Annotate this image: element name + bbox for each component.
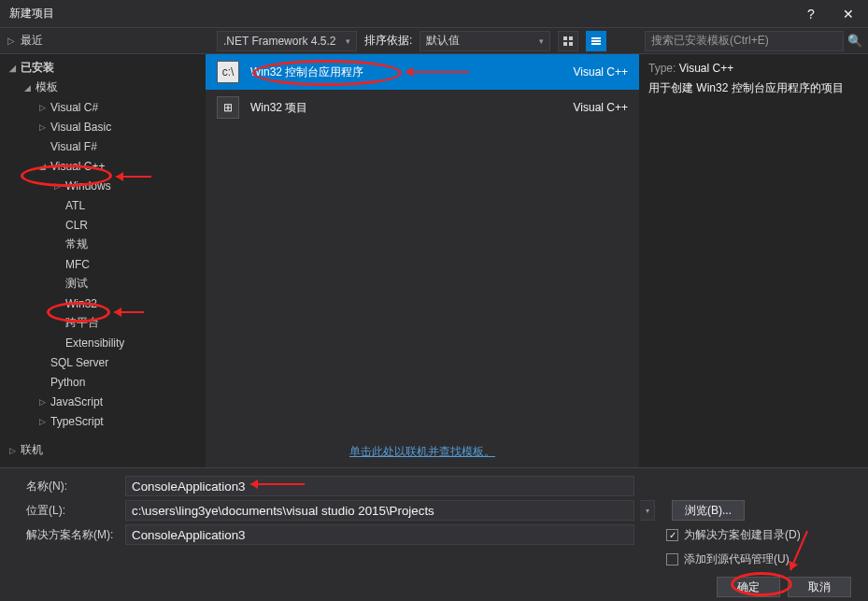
location-input[interactable] — [125, 500, 634, 521]
sidebar-item-crossplat[interactable]: 跨平台 — [0, 313, 206, 333]
sidebar: ◢已安装 ◢模板 ▷Visual C# ▷Visual Basic Visual… — [0, 54, 206, 467]
window-controls: ? ✕ — [797, 7, 862, 21]
svg-rect-1 — [569, 36, 573, 40]
sidebar-item-clr[interactable]: CLR — [0, 215, 206, 235]
name-label: 名称(N): — [7, 479, 120, 494]
svg-rect-6 — [591, 43, 601, 45]
template-description: 用于创建 Win32 控制台应用程序的项目 — [648, 80, 859, 96]
template-item-win32-console[interactable]: c:\ Win32 控制台应用程序 Visual C++ — [206, 54, 639, 90]
template-lang: Visual C++ — [553, 65, 628, 79]
bottom-form: 名称(N): 位置(L): ▾ 浏览(B)... 解决方案名称(M): 为解决方… — [0, 467, 868, 601]
chevron-right-icon[interactable]: ▷ — [7, 36, 15, 46]
createdir-checkbox[interactable] — [666, 529, 678, 541]
template-list: c:\ Win32 控制台应用程序 Visual C++ ⊞ Win32 项目 … — [206, 54, 639, 436]
sidebar-item-sql[interactable]: SQL Server — [0, 352, 206, 372]
sort-label: 排序依据: — [364, 33, 412, 49]
sidebar-item-csharp[interactable]: ▷Visual C# — [0, 97, 206, 117]
browse-button[interactable]: 浏览(B)... — [672, 500, 745, 521]
addsource-label: 添加到源代码管理(U) — [684, 551, 790, 567]
details-panel: Type: Visual C++ 用于创建 Win32 控制台应用程序的项目 — [639, 54, 868, 467]
addsource-checkbox[interactable] — [666, 553, 678, 565]
template-item-win32-project[interactable]: ⊞ Win32 项目 Visual C++ — [206, 90, 639, 125]
sidebar-item-fsharp[interactable]: Visual F# — [0, 136, 206, 156]
template-lang: Visual C++ — [553, 101, 628, 114]
svg-rect-2 — [563, 42, 567, 46]
location-label: 位置(L): — [7, 503, 120, 519]
search-icon[interactable]: 🔍 — [847, 34, 862, 48]
svg-rect-3 — [569, 42, 573, 46]
view-grid-button[interactable] — [558, 31, 578, 51]
framework-dropdown[interactable]: .NET Framework 4.5.2 ▾ — [217, 31, 357, 51]
search-placeholder: 搜索已安装模板(Ctrl+E) — [651, 33, 769, 49]
type-label: Type: — [648, 62, 676, 75]
template-name: Win32 控制台应用程序 — [250, 64, 553, 80]
sidebar-item-mfc[interactable]: MFC — [0, 254, 206, 274]
createdir-label: 为解决方案创建目录(D) — [684, 527, 801, 543]
sidebar-item-js[interactable]: ▷JavaScript — [0, 392, 206, 411]
toolbar: ▷ 最近 .NET Framework 4.5.2 ▾ 排序依据: 默认值 ▾ … — [0, 28, 868, 54]
solution-input[interactable] — [125, 524, 634, 545]
cancel-button[interactable]: 取消 — [788, 577, 851, 597]
sidebar-item-windows[interactable]: ▷Windows — [0, 176, 206, 195]
sidebar-item-python[interactable]: Python — [0, 372, 206, 392]
svg-rect-5 — [591, 40, 601, 42]
sidebar-item-online[interactable]: ▷联机 — [0, 440, 206, 460]
sidebar-item-templates[interactable]: ◢模板 — [0, 78, 206, 97]
framework-value: .NET Framework 4.5.2 — [223, 35, 335, 48]
ok-button[interactable]: 确定 — [717, 577, 780, 597]
sidebar-item-atl[interactable]: ATL — [0, 195, 206, 215]
solution-label: 解决方案名称(M): — [7, 527, 120, 543]
close-icon[interactable]: ✕ — [834, 7, 862, 21]
sidebar-item-ts[interactable]: ▷TypeScript — [0, 411, 206, 431]
type-value: Visual C++ — [679, 62, 733, 75]
svg-rect-0 — [563, 36, 567, 40]
sort-dropdown[interactable]: 默认值 ▾ — [420, 31, 550, 51]
sidebar-item-test[interactable]: 测试 — [0, 274, 206, 293]
main-area: ◢已安装 ◢模板 ▷Visual C# ▷Visual Basic Visual… — [0, 54, 868, 467]
titlebar: 新建项目 ? ✕ — [0, 0, 868, 28]
template-list-panel: c:\ Win32 控制台应用程序 Visual C++ ⊞ Win32 项目 … — [206, 54, 639, 467]
view-list-button[interactable] — [586, 31, 606, 51]
sidebar-item-ext[interactable]: Extensibility — [0, 333, 206, 352]
console-app-icon: c:\ — [217, 61, 239, 83]
win32-project-icon: ⊞ — [217, 96, 239, 119]
name-input[interactable] — [125, 476, 634, 496]
chevron-down-icon: ▾ — [346, 36, 350, 46]
chevron-down-icon: ▾ — [539, 36, 544, 46]
location-dropdown[interactable]: ▾ — [640, 500, 655, 521]
sidebar-item-win32[interactable]: Win32 — [0, 293, 206, 313]
sidebar-item-vb[interactable]: ▷Visual Basic — [0, 117, 206, 136]
sidebar-item-general[interactable]: 常规 — [0, 235, 206, 254]
search-input[interactable]: 搜索已安装模板(Ctrl+E) — [645, 31, 844, 51]
dialog-title: 新建项目 — [9, 6, 54, 21]
sidebar-item-installed[interactable]: ◢已安装 — [0, 58, 206, 78]
find-templates-link[interactable]: 单击此处以联机并查找模板。 — [206, 436, 639, 467]
svg-rect-4 — [591, 37, 601, 39]
template-name: Win32 项目 — [250, 100, 553, 116]
sidebar-item-vcpp[interactable]: ◢Visual C++ — [0, 156, 206, 176]
sort-value: 默认值 — [426, 33, 460, 49]
help-icon[interactable]: ? — [797, 7, 825, 21]
recent-tab[interactable]: 最近 — [21, 33, 43, 49]
